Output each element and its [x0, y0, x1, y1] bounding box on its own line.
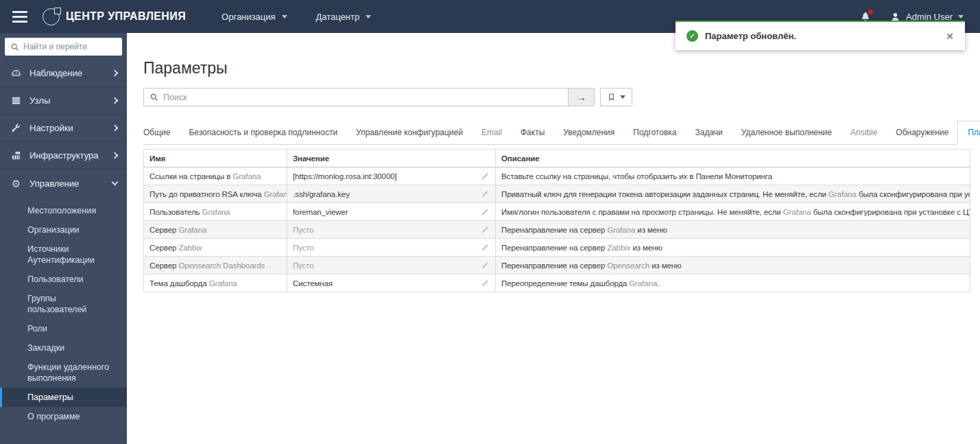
tab-facts[interactable]: Факты	[521, 121, 545, 144]
param-description: Перенаправление на сервер	[501, 261, 607, 270]
param-name-product: Grafana	[232, 172, 261, 180]
bookmark-icon	[608, 93, 615, 102]
param-name: Сервер	[150, 226, 178, 234]
chevron-right-icon	[112, 97, 119, 104]
sidebar-item-locations[interactable]: Местоположения	[0, 201, 127, 220]
sidebar-item-about[interactable]: О программе	[0, 407, 127, 426]
param-value: Пусто	[293, 244, 314, 252]
edit-pencil-icon[interactable]	[481, 244, 489, 252]
param-description: Перенаправление на сервер	[501, 226, 607, 234]
param-value: Системная	[293, 279, 333, 288]
edit-pencil-icon[interactable]	[481, 190, 489, 198]
main-content: Параметры → Общие Безопасность и проверк…	[127, 33, 980, 444]
param-description: Имя/логин пользователя с правами на прос…	[501, 208, 783, 216]
toast-message: Параметр обновлён.	[705, 31, 796, 41]
infrastructure-icon	[10, 150, 23, 161]
sidebar-item-settings-parameters[interactable]: Параметры	[0, 388, 127, 407]
chevron-right-icon	[112, 152, 119, 159]
param-description: Приватный ключ для генерации токена авто…	[501, 190, 828, 198]
sidebar-item-hosts[interactable]: Узлы	[0, 87, 127, 115]
search-icon	[150, 93, 158, 102]
table-row: Сервер Grafana Пусто Перенаправление на …	[144, 221, 970, 239]
chevron-right-icon	[112, 125, 119, 132]
param-value: .ssh/grafana.key	[293, 190, 350, 198]
tab-ansible[interactable]: Ansible	[850, 121, 877, 144]
param-name-product: Grafana	[178, 226, 206, 234]
app-title: ЦЕНТР УПРАВЛЕНИЯ	[66, 10, 186, 23]
param-name: Сервер	[150, 261, 178, 270]
edit-pencil-icon[interactable]	[481, 208, 489, 216]
page-title: Параметры	[143, 59, 970, 78]
tab-monitoring-plugin[interactable]: Плагин Мониторинга	[957, 121, 980, 145]
edit-pencil-icon[interactable]	[481, 172, 489, 180]
param-value: Пусто	[293, 226, 314, 234]
edit-pencil-icon[interactable]	[481, 261, 489, 270]
chevron-down-icon	[112, 179, 119, 186]
sidebar-search[interactable]	[5, 38, 122, 56]
sidebar-item-monitoring-section[interactable]: Наблюдение	[0, 60, 127, 87]
tab-general[interactable]: Общие	[143, 121, 170, 144]
organization-menu[interactable]: Организация	[222, 12, 287, 22]
edit-pencil-icon[interactable]	[481, 226, 489, 234]
search-input[interactable]	[163, 93, 562, 102]
sidebar-item-bookmarks[interactable]: Закладки	[0, 338, 127, 358]
param-description: Переопределение темы дашборда	[501, 279, 629, 288]
tab-auth[interactable]: Безопасность и проверка подлинности	[189, 121, 337, 144]
toast-notification: ✓ Параметр обновлён. ✕	[676, 21, 965, 50]
param-name: Сервер	[150, 244, 178, 252]
table-header-row: Имя Значение Описание	[144, 150, 970, 167]
app-logo	[43, 8, 60, 25]
tab-tasks[interactable]: Задачи	[695, 121, 722, 144]
wrench-icon	[10, 123, 23, 133]
gauge-icon	[10, 68, 23, 78]
table-row: Путь до приватного RSA ключа Grafana .ss…	[144, 185, 970, 203]
sidebar-search-input[interactable]	[23, 42, 117, 51]
param-name-product: Zabbix	[178, 244, 202, 252]
param-name-product: Opensearch Dashboards	[178, 261, 265, 270]
success-check-icon: ✓	[686, 30, 698, 42]
bookmark-dropdown-button[interactable]	[600, 88, 632, 106]
tab-email[interactable]: Email	[481, 121, 502, 144]
edit-pencil-icon[interactable]	[481, 279, 489, 288]
sidebar-item-user-groups[interactable]: Группы пользователей	[0, 289, 127, 319]
tab-notifications[interactable]: Уведомления	[563, 121, 614, 144]
chevron-down-icon	[282, 15, 287, 21]
tab-config-management[interactable]: Управление конфигурацией	[356, 121, 463, 144]
administer-submenu: Местоположения Организации Источники Аут…	[0, 197, 127, 435]
tab-provisioning[interactable]: Подготовка	[633, 121, 676, 144]
sidebar: Наблюдение Узлы Настройки Инфраструктура…	[0, 33, 127, 444]
param-value: [https://monlog.rosa.int:30000]	[293, 172, 397, 180]
sidebar-item-settings[interactable]: Настройки	[0, 115, 127, 142]
param-name-product: Grafana	[202, 208, 230, 216]
tab-remote-execution[interactable]: Удаленное выполнение	[741, 121, 832, 144]
sidebar-item-infrastructure[interactable]: Инфраструктура	[0, 142, 127, 170]
param-description: Перенаправление на сервер	[501, 244, 607, 252]
sidebar-item-auth-sources[interactable]: Источники Аутентификации	[0, 239, 127, 270]
gear-icon: ⚙	[10, 178, 23, 189]
column-header-value: Значение	[287, 150, 496, 167]
search-submit-button[interactable]: →	[569, 88, 595, 106]
sidebar-item-roles[interactable]: Роли	[0, 319, 127, 338]
sidebar-item-organizations[interactable]: Организации	[0, 220, 127, 239]
sidebar-item-users[interactable]: Пользователи	[0, 270, 127, 289]
param-name: Ссылки на страницы в	[150, 172, 232, 180]
table-row: Пользователь Grafana foreman_viewer Имя/…	[144, 203, 970, 221]
parameters-table: Имя Значение Описание Ссылки на страницы…	[143, 149, 970, 292]
hamburger-menu-icon[interactable]	[12, 11, 27, 23]
param-name-product: Grafana	[209, 279, 237, 288]
datacenter-menu[interactable]: Датацентр	[316, 12, 372, 22]
sidebar-item-remote-execution-features[interactable]: Функции удаленного выполнения	[0, 358, 127, 388]
param-value: Пусто	[293, 261, 314, 270]
tab-discovery[interactable]: Обнаружение	[896, 121, 948, 144]
sidebar-item-monitoring[interactable]: Мониторинг	[0, 435, 127, 444]
chevron-down-icon	[366, 15, 371, 21]
param-value: foreman_viewer	[293, 208, 348, 216]
param-name-product: Grafana	[264, 190, 287, 198]
search-box[interactable]	[143, 88, 569, 106]
param-name: Пользователь	[150, 208, 202, 216]
notification-badge	[868, 10, 873, 14]
search-icon	[10, 43, 19, 51]
close-icon[interactable]: ✕	[946, 31, 954, 42]
sidebar-item-administer[interactable]: ⚙ Управление	[0, 170, 127, 197]
param-name: Путь до приватного RSA ключа	[150, 190, 264, 198]
